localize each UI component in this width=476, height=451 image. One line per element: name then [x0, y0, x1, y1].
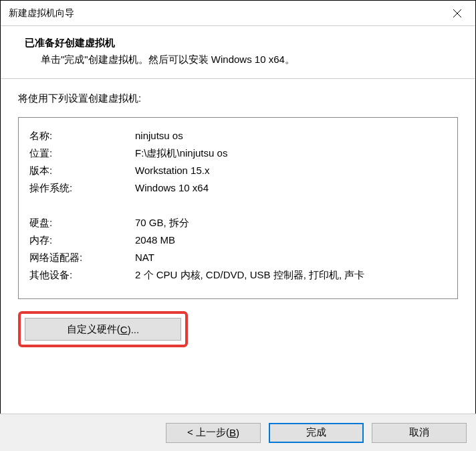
button-label: 完成 [306, 426, 326, 439]
titlebar: 新建虚拟机向导 [1, 1, 475, 26]
table-row: 其他设备:2 个 CPU 内核, CD/DVD, USB 控制器, 打印机, 声… [29, 266, 447, 284]
setting-value: ninjutsu os [135, 127, 447, 145]
button-hotkey: B [229, 427, 236, 438]
setting-label: 内存: [29, 232, 135, 249]
table-row: 硬盘:70 GB, 拆分 [29, 214, 447, 232]
setting-label: 其他设备: [29, 266, 135, 284]
button-label-suffix: ) [236, 427, 239, 438]
setting-label: 位置: [29, 145, 135, 162]
wizard-footer: < 上一步(B) 完成 取消 [0, 414, 476, 451]
button-hotkey: C [120, 324, 128, 335]
button-label-prefix: 自定义硬件( [67, 323, 120, 336]
highlight-box: 自定义硬件(C)... [18, 311, 188, 347]
table-row: 内存:2048 MB [29, 232, 447, 249]
wizard-header: 已准备好创建虚拟机 单击"完成"创建虚拟机。然后可以安装 Windows 10 … [1, 26, 475, 79]
table-row: 位置:F:\虚拟机\ninjutsu os [29, 145, 447, 162]
close-button[interactable] [442, 3, 473, 23]
table-row: 网络适配器:NAT [29, 249, 447, 266]
setting-value: 70 GB, 拆分 [135, 214, 447, 232]
setting-label: 硬盘: [29, 214, 135, 232]
setting-value: F:\虚拟机\ninjutsu os [135, 145, 447, 162]
window-title: 新建虚拟机向导 [9, 7, 74, 19]
button-label: 取消 [409, 426, 429, 439]
setting-label: 名称: [29, 127, 135, 145]
setting-label: 操作系统: [29, 179, 135, 197]
setting-value: 2048 MB [135, 232, 447, 249]
setting-value: Workstation 15.x [135, 162, 447, 179]
button-label-suffix: )... [128, 324, 140, 335]
setting-value: 2 个 CPU 内核, CD/DVD, USB 控制器, 打印机, 声卡 [135, 266, 447, 284]
table-row: 名称:ninjutsu os [29, 127, 447, 145]
setting-label: 网络适配器: [29, 249, 135, 266]
settings-summary-box: 名称:ninjutsu os 位置:F:\虚拟机\ninjutsu os 版本:… [18, 117, 458, 299]
back-button[interactable]: < 上一步(B) [166, 423, 261, 443]
table-row: 版本:Workstation 15.x [29, 162, 447, 179]
cancel-button[interactable]: 取消 [372, 423, 467, 443]
intro-text: 将使用下列设置创建虚拟机: [18, 92, 458, 105]
customize-hardware-button[interactable]: 自定义硬件(C)... [25, 318, 181, 341]
finish-button[interactable]: 完成 [269, 423, 364, 443]
table-row: 操作系统:Windows 10 x64 [29, 179, 447, 197]
button-label-prefix: < 上一步( [187, 426, 229, 439]
wizard-content: 将使用下列设置创建虚拟机: 名称:ninjutsu os 位置:F:\虚拟机\n… [1, 79, 475, 347]
setting-label: 版本: [29, 162, 135, 179]
close-icon [453, 9, 461, 17]
header-subtitle: 单击"完成"创建虚拟机。然后可以安装 Windows 10 x64。 [25, 54, 451, 66]
setting-value: NAT [135, 249, 447, 266]
setting-value: Windows 10 x64 [135, 179, 447, 197]
header-title: 已准备好创建虚拟机 [25, 37, 451, 50]
